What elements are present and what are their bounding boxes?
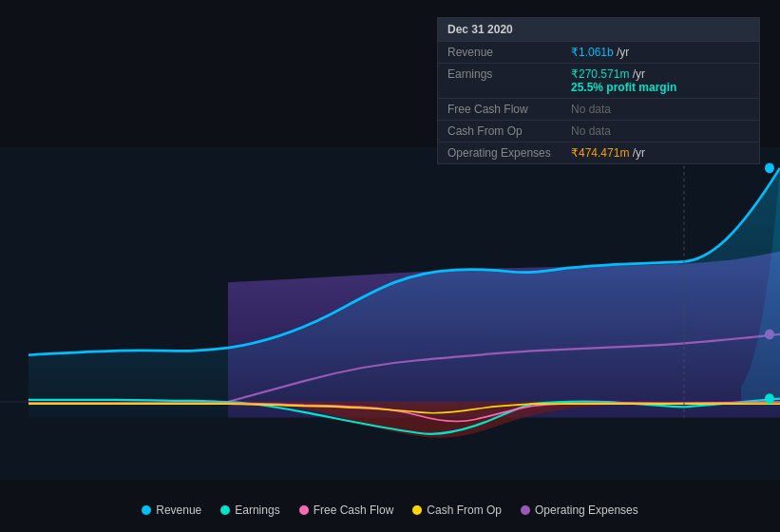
legend: Revenue Earnings Free Cash Flow Cash Fro…	[0, 504, 780, 517]
legend-dot-revenue	[142, 505, 151, 515]
tooltip-label-opex: Operating Expenses	[447, 146, 571, 160]
tooltip-row-fcf: Free Cash Flow No data	[438, 98, 759, 120]
tooltip-label-cashfromop: Cash From Op	[447, 124, 571, 138]
legend-dot-fcf	[299, 505, 309, 515]
legend-label-opex: Operating Expenses	[535, 504, 638, 517]
legend-dot-opex	[521, 505, 530, 515]
legend-dot-earnings	[220, 505, 230, 515]
chart-svg-wrapper	[0, 147, 780, 480]
chart-svg	[0, 147, 780, 480]
legend-item-fcf[interactable]: Free Cash Flow	[299, 504, 394, 517]
tooltip-header: Dec 31 2020	[438, 18, 759, 41]
tooltip-label-revenue: Revenue	[447, 46, 571, 59]
chart-container: Dec 31 2020 Revenue ₹1.061b /yr Earnings…	[0, 0, 780, 532]
legend-item-revenue[interactable]: Revenue	[142, 504, 201, 517]
tooltip-value-cashfromop: No data	[571, 124, 611, 138]
legend-item-cashfromop[interactable]: Cash From Op	[412, 504, 502, 517]
tooltip-label-fcf: Free Cash Flow	[447, 103, 571, 116]
legend-item-earnings[interactable]: Earnings	[220, 504, 279, 517]
legend-label-cashfromop: Cash From Op	[427, 504, 502, 517]
tooltip-value-earnings: ₹270.571m /yr 25.5% profit margin	[571, 67, 676, 94]
tooltip-label-earnings: Earnings	[447, 67, 571, 81]
legend-dot-cashfromop	[412, 505, 422, 515]
tooltip-value-fcf: No data	[571, 103, 611, 116]
legend-label-earnings: Earnings	[235, 504, 279, 517]
tooltip-row-opex: Operating Expenses ₹474.471m /yr	[438, 142, 759, 163]
legend-item-opex[interactable]: Operating Expenses	[521, 504, 638, 517]
tooltip-row-earnings: Earnings ₹270.571m /yr 25.5% profit marg…	[438, 63, 759, 98]
tooltip-value-revenue: ₹1.061b /yr	[571, 46, 629, 59]
tooltip-row-cashfromop: Cash From Op No data	[438, 120, 759, 142]
tooltip-value-opex: ₹474.471m /yr	[571, 146, 645, 160]
tooltip-box: Dec 31 2020 Revenue ₹1.061b /yr Earnings…	[437, 17, 760, 164]
legend-label-fcf: Free Cash Flow	[314, 504, 394, 517]
tooltip-row-revenue: Revenue ₹1.061b /yr	[438, 41, 759, 63]
legend-label-revenue: Revenue	[156, 504, 201, 517]
svg-point-2	[765, 162, 774, 173]
